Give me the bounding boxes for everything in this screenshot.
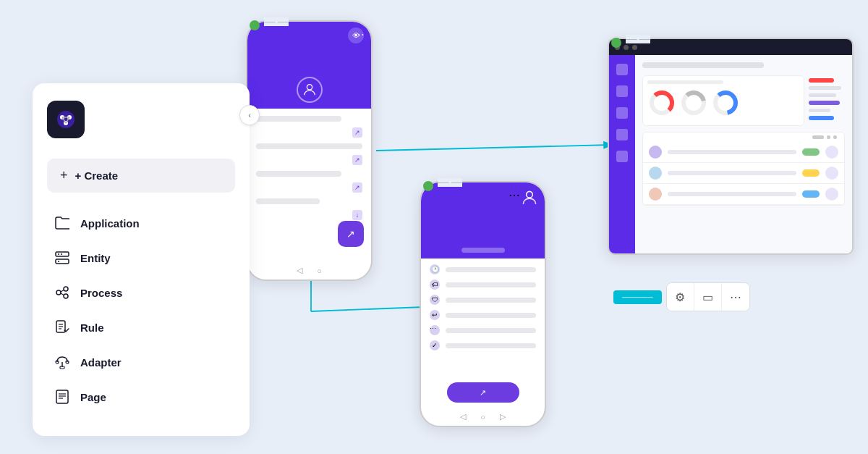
- svg-point-5: [527, 191, 533, 198]
- folder-icon: [54, 215, 70, 231]
- page-icon: [54, 389, 70, 405]
- sidebar-item-page[interactable]: Page: [47, 379, 235, 414]
- svg-point-12: [57, 111, 75, 128]
- avatar-2: [649, 167, 662, 180]
- sidebar-logo: [47, 101, 85, 138]
- svg-point-25: [64, 287, 68, 291]
- sidebar-collapse-button[interactable]: ‹: [239, 105, 260, 125]
- process-label: Process: [80, 287, 122, 299]
- rule-icon: [54, 319, 70, 335]
- more-options-button[interactable]: ⋯: [722, 283, 749, 311]
- desktop-app-sidebar: [609, 55, 635, 253]
- ds-icon-home: [616, 64, 628, 75]
- page-label: Page: [80, 391, 106, 403]
- dc-page-header: [642, 62, 764, 68]
- plus-icon: +: [60, 168, 68, 183]
- application-label: Application: [80, 217, 140, 230]
- sidebar-item-entity[interactable]: Entity: [47, 240, 235, 275]
- phone-nav-1: ◁ ○: [247, 266, 371, 275]
- phone-header-2: ⋯: [421, 182, 545, 258]
- node-dot-2[interactable]: [611, 38, 621, 48]
- avatar-1: [649, 146, 662, 159]
- rule-label: Rule: [80, 321, 104, 334]
- brand-logo-icon: [55, 109, 77, 130]
- desktop-table: [642, 132, 845, 206]
- node-label-3: ── ──: [438, 178, 462, 187]
- node-label-1: ── ──: [264, 17, 289, 26]
- phone-bar-1: [256, 116, 341, 122]
- svg-point-24: [56, 290, 61, 295]
- settings-button[interactable]: ⚙: [667, 283, 694, 311]
- entity-icon: [54, 250, 70, 266]
- ds-icon-chat: [616, 129, 628, 140]
- titlebar-dot-3: [632, 45, 637, 50]
- desktop-mockup: [608, 38, 854, 255]
- ds-icon-mail: [616, 107, 628, 119]
- table-row-1: [643, 142, 844, 163]
- node-dot-3[interactable]: [423, 181, 433, 191]
- window-button[interactable]: ▭: [694, 283, 722, 311]
- chart-red: [647, 88, 676, 117]
- svg-rect-37: [56, 390, 68, 403]
- phone-mockup-2: ⋯ 🕐 🏷 🛡 ↩ ⋯ ✓: [420, 181, 546, 427]
- avatar-action-1: [825, 146, 838, 159]
- toolbar-button-group[interactable]: ⚙ ▭ ⋯: [666, 282, 750, 311]
- phone-row-1: 🕐: [430, 264, 536, 274]
- phone-row-4: ↩: [430, 310, 536, 320]
- table-row-2: [643, 163, 844, 184]
- chart-gray: [679, 88, 708, 117]
- phone-row-3: 🛡: [430, 295, 536, 305]
- avatar-action-3: [825, 188, 838, 201]
- create-button[interactable]: + + Create: [47, 159, 235, 193]
- sidebar: ‹ + + Create Application: [33, 83, 250, 436]
- create-label: + Create: [75, 169, 119, 182]
- phone-action-btn-2[interactable]: ↗: [447, 382, 519, 403]
- desktop-toolbar: ────── ⚙ ▭ ⋯: [613, 282, 750, 311]
- node-dot-1[interactable]: [250, 20, 260, 30]
- entity-label: Entity: [80, 252, 111, 264]
- phone-row-5: ⋯: [430, 325, 536, 335]
- desktop-body: [609, 55, 852, 253]
- phone-bar-2: [256, 143, 362, 149]
- phone-mockup-1: ⋯ 👁 ↗ ↗ ↗ ↓ ↗ ◁ ○: [246, 20, 373, 281]
- phone-bar-4: [256, 198, 320, 204]
- svg-line-27: [61, 290, 64, 293]
- phone-menu-dots-2: ⋯: [509, 188, 520, 202]
- phone-row-2: 🏷: [430, 279, 536, 290]
- sidebar-item-application[interactable]: Application: [47, 206, 235, 240]
- sidebar-item-rule[interactable]: Rule: [47, 310, 235, 345]
- node-label-2: ── ──: [626, 35, 650, 43]
- phone-avatar-2: [520, 188, 539, 210]
- phone-nav-2: ◁ ○ ▷: [421, 412, 545, 421]
- avatar-3: [649, 188, 662, 201]
- adapter-label: Adapter: [80, 356, 122, 369]
- adapter-icon: [54, 354, 70, 370]
- svg-line-28: [61, 293, 64, 295]
- avatar-action-2: [825, 167, 838, 180]
- svg-point-4: [307, 85, 312, 90]
- ds-icon-lock: [616, 151, 628, 162]
- phone-action-btn-1[interactable]: ↗: [338, 221, 364, 247]
- chart-blue: [711, 88, 740, 117]
- svg-rect-36: [60, 366, 64, 369]
- sidebar-item-adapter[interactable]: Adapter: [47, 345, 235, 379]
- ds-icon-calendar: [616, 85, 628, 97]
- phone-row-6: ✓: [430, 340, 536, 350]
- eye-button-1[interactable]: 👁: [348, 28, 364, 43]
- titlebar-dot-2: [624, 45, 629, 50]
- svg-point-26: [64, 294, 68, 298]
- table-row-3: [643, 184, 844, 205]
- toolbar-tag: ──────: [613, 290, 662, 304]
- phone-body-2: 🕐 🏷 🛡 ↩ ⋯ ✓: [421, 258, 545, 361]
- phone-body-1: ↗ ↗ ↗ ↓: [247, 109, 371, 233]
- phone-avatar-1: [297, 77, 323, 103]
- process-icon: [54, 285, 70, 300]
- phone-bar-3: [256, 171, 341, 177]
- sidebar-item-process[interactable]: Process: [47, 275, 235, 310]
- desktop-main-content: [635, 55, 852, 253]
- svg-rect-20: [56, 259, 69, 264]
